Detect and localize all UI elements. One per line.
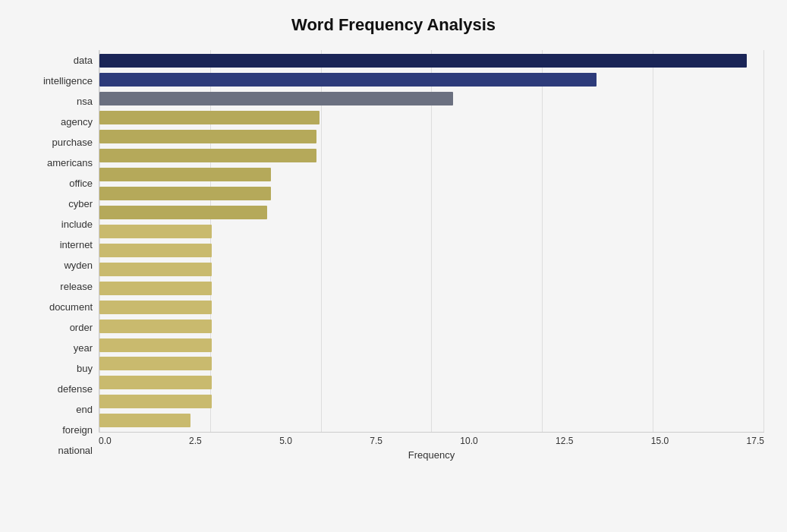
bar [99, 414, 190, 427]
bar-row [99, 242, 764, 259]
bar-row [99, 166, 764, 183]
x-tick: 2.5 [189, 436, 202, 446]
bars-wrapper [99, 50, 764, 432]
x-tick: 10.0 [460, 436, 477, 446]
bar-row [99, 318, 764, 335]
bar [99, 225, 212, 238]
y-label: buy [77, 360, 93, 376]
y-label: foreign [62, 421, 93, 438]
bar-row [99, 299, 764, 316]
bar-row [99, 90, 764, 107]
y-label: data [74, 52, 93, 69]
y-label: office [69, 175, 93, 192]
x-tick: 15.0 [651, 436, 669, 446]
y-label: americans [47, 155, 93, 172]
x-tick: 17.5 [747, 436, 764, 446]
y-label: end [76, 401, 93, 417]
chart-title: Word Frequency Analysis [23, 15, 764, 35]
bar-row [99, 374, 764, 391]
bar [99, 187, 271, 200]
bar [99, 244, 212, 257]
bar [99, 376, 212, 389]
bar-row [99, 185, 764, 202]
y-label: order [70, 319, 93, 335]
y-label: national [58, 442, 93, 458]
bar-row [99, 337, 764, 354]
bar-row [99, 412, 764, 429]
x-tick: 12.5 [556, 436, 573, 446]
x-tick: 0.0 [99, 436, 112, 446]
bar [99, 320, 212, 333]
bar [99, 338, 212, 352]
bar [99, 130, 316, 143]
bar-row [99, 355, 764, 372]
bar-row [99, 52, 764, 69]
bar [99, 282, 212, 295]
x-tick: 7.5 [370, 436, 382, 446]
bar [99, 92, 453, 105]
x-tick: 5.0 [279, 436, 292, 446]
y-label: intelligence [43, 73, 93, 90]
bar [99, 263, 212, 276]
bar [99, 73, 597, 87]
y-label: cyber [68, 196, 93, 212]
y-label: include [61, 216, 93, 233]
bar [99, 54, 747, 68]
bar [99, 149, 316, 162]
bar [99, 206, 267, 219]
y-label: year [74, 339, 93, 356]
bar [99, 301, 212, 314]
y-label: release [60, 278, 93, 294]
bar-row [99, 261, 764, 278]
y-label: agency [61, 114, 93, 131]
bar-row [99, 223, 764, 240]
bar-row [99, 109, 764, 126]
y-label: purchase [52, 134, 93, 151]
bar-row [99, 204, 764, 221]
bar-row [99, 393, 764, 410]
bar-row [99, 71, 764, 88]
bar-row [99, 128, 764, 145]
chart-container: Word Frequency Analysis dataintelligence… [0, 0, 787, 532]
y-label: wyden [64, 257, 93, 274]
chart-area: dataintelligencensaagencypurchaseamerica… [23, 50, 764, 461]
x-axis-label: Frequency [99, 449, 764, 461]
bar [99, 357, 212, 370]
y-label: nsa [77, 93, 93, 110]
bar [99, 395, 212, 408]
grid-and-bars [99, 50, 764, 433]
bar [99, 111, 320, 124]
y-label: internet [60, 237, 93, 253]
x-axis: 0.02.55.07.510.012.515.017.5 [99, 436, 764, 446]
bar [99, 168, 271, 181]
bar-row [99, 147, 764, 164]
y-label: defense [58, 380, 93, 397]
bar-row [99, 280, 764, 297]
y-label: document [49, 298, 93, 315]
plot-area: 0.02.55.07.510.012.515.017.5 Frequency [99, 50, 764, 461]
y-axis: dataintelligencensaagencypurchaseamerica… [23, 50, 99, 461]
